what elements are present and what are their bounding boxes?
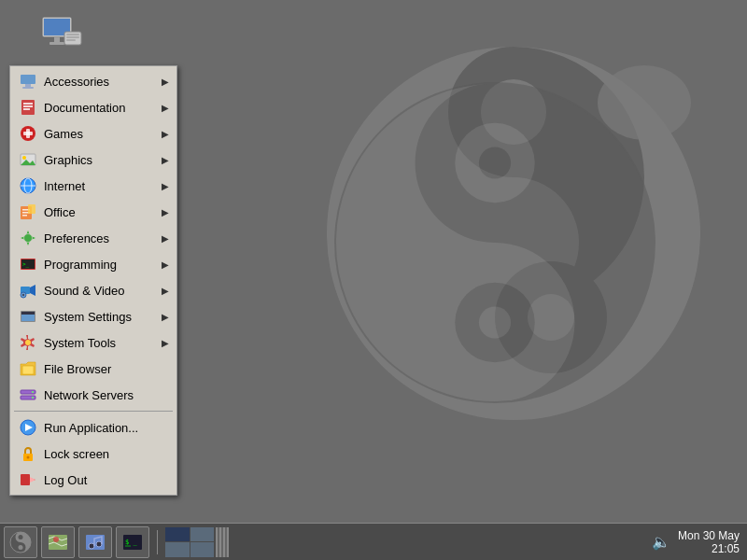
taskbar: $ _ 🔈 Mon 30 May 21:05: [0, 523, 747, 560]
menu-item-preferences[interactable]: Preferences ▶: [10, 225, 176, 251]
file-browser-icon: [18, 358, 38, 379]
svg-point-65: [19, 545, 23, 550]
svg-rect-13: [54, 37, 60, 42]
system-tools-label: System Tools: [44, 336, 162, 350]
sound-video-icon: [18, 280, 38, 301]
desktop: Accessories ▶ Documentation ▶ Games ▶ Gr…: [0, 0, 747, 560]
taskbar-terminal-button[interactable]: $ _: [116, 526, 149, 558]
svg-rect-18: [66, 39, 76, 41]
programming-label: Programming: [44, 258, 162, 272]
menu-item-internet[interactable]: Internet ▶: [10, 173, 176, 199]
menu-item-file-browser[interactable]: File Browser: [10, 356, 176, 382]
workspace-pager[interactable]: [165, 527, 229, 557]
svg-rect-16: [66, 34, 79, 35]
graphics-label: Graphics: [44, 153, 162, 167]
svg-rect-39: [28, 204, 35, 214]
volume-icon[interactable]: 🔈: [652, 533, 670, 551]
pager-handle: [216, 527, 229, 557]
svg-point-8: [479, 147, 511, 178]
network-servers-icon: [18, 385, 38, 405]
svg-point-51: [25, 340, 31, 345]
workspace-2[interactable]: [190, 527, 215, 542]
documentation-label: Documentation: [44, 101, 162, 115]
svg-rect-25: [23, 108, 30, 110]
yinyang-symbol: [317, 9, 672, 476]
menu-item-office[interactable]: Office ▶: [10, 199, 176, 225]
system-settings-label: System Settings: [44, 310, 162, 324]
programming-icon: >_: [18, 254, 38, 274]
menu-item-network-servers[interactable]: Network Servers: [10, 382, 176, 408]
svg-point-60: [27, 456, 30, 459]
svg-rect-20: [25, 84, 31, 87]
sound-video-label: Sound & Video: [44, 284, 162, 298]
system-settings-arrow: ▶: [162, 312, 169, 322]
svg-point-71: [96, 541, 102, 547]
menu-item-log-out[interactable]: Log Out: [10, 467, 176, 493]
preferences-arrow: ▶: [162, 233, 169, 244]
graphics-arrow: ▶: [162, 155, 169, 165]
svg-point-9: [479, 306, 511, 338]
menu-item-games[interactable]: Games ▶: [10, 120, 176, 147]
svg-rect-19: [21, 75, 35, 84]
menu-item-run-application[interactable]: Run Application...: [10, 414, 176, 441]
menu-item-system-settings[interactable]: System Settings ▶: [10, 303, 176, 329]
svg-rect-52: [22, 366, 34, 374]
svg-point-70: [89, 543, 94, 549]
svg-marker-45: [30, 285, 35, 296]
menu-item-accessories[interactable]: Accessories ▶: [10, 68, 176, 94]
workspace-4[interactable]: [190, 542, 215, 557]
taskbar-separator: [157, 530, 158, 554]
menu-item-lock-screen[interactable]: Lock screen: [10, 441, 176, 467]
games-icon: [18, 123, 38, 144]
app-launcher-button[interactable]: [28, 9, 93, 65]
accessories-arrow: ▶: [162, 77, 169, 87]
svg-text:>_: >_: [22, 260, 30, 268]
lock-screen-icon: [18, 443, 38, 464]
clock: Mon 30 May 21:05: [678, 529, 740, 555]
games-arrow: ▶: [162, 129, 169, 139]
office-icon: [18, 202, 38, 222]
internet-label: Internet: [44, 179, 162, 193]
svg-text:$ _: $ _: [125, 539, 137, 546]
application-menu: Accessories ▶ Documentation ▶ Games ▶ Gr…: [9, 65, 177, 496]
preferences-icon: [18, 228, 38, 248]
clock-date: Mon 30 May: [678, 529, 740, 542]
internet-arrow: ▶: [162, 181, 169, 191]
taskbar-music-button[interactable]: [78, 526, 112, 558]
games-label: Games: [44, 127, 162, 141]
pager-grid: [165, 527, 214, 557]
svg-point-64: [19, 535, 23, 539]
clock-time: 21:05: [678, 542, 740, 555]
sound-video-arrow: ▶: [162, 286, 169, 296]
menu-item-system-tools[interactable]: System Tools ▶: [10, 329, 176, 356]
svg-point-55: [32, 391, 34, 393]
svg-rect-23: [23, 103, 33, 105]
taskbar-left: $ _: [0, 526, 229, 558]
log-out-icon: [18, 469, 38, 490]
svg-rect-17: [66, 36, 79, 38]
run-application-label: Run Application...: [44, 421, 169, 435]
menu-item-documentation[interactable]: Documentation ▶: [10, 94, 176, 120]
computer-icon: [38, 11, 83, 64]
taskbar-right: 🔈 Mon 30 May 21:05: [652, 529, 747, 555]
menu-item-programming[interactable]: >_ Programming ▶: [10, 251, 176, 277]
svg-rect-38: [22, 215, 27, 217]
svg-point-30: [22, 156, 26, 160]
documentation-icon: [18, 97, 38, 118]
workspace-3[interactable]: [165, 542, 190, 557]
programming-arrow: ▶: [162, 259, 169, 270]
preferences-label: Preferences: [44, 231, 162, 245]
accessories-icon: [18, 71, 38, 91]
taskbar-map-button[interactable]: [41, 526, 75, 558]
network-servers-label: Network Servers: [44, 388, 169, 402]
svg-point-68: [53, 537, 59, 542]
lock-screen-label: Lock screen: [44, 447, 169, 461]
office-label: Office: [44, 205, 162, 219]
workspace-1[interactable]: [165, 527, 190, 542]
graphics-icon: [18, 149, 38, 170]
menu-item-graphics[interactable]: Graphics ▶: [10, 147, 176, 173]
menu-separator: [14, 411, 173, 412]
menu-item-sound-video[interactable]: Sound & Video ▶: [10, 277, 176, 303]
svg-rect-28: [23, 132, 33, 135]
taskbar-menu-button[interactable]: [4, 526, 37, 558]
